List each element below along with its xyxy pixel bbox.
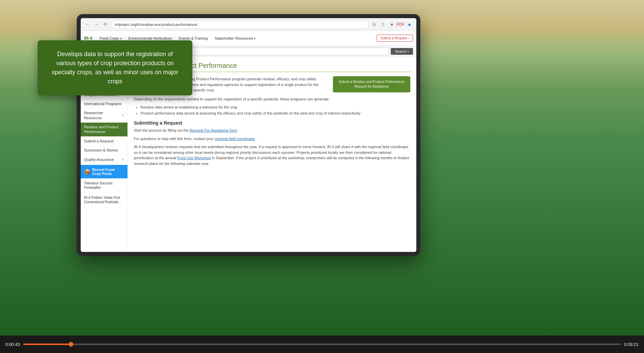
article-body-paragraph: IR-4 Headquarters reviews requests that … xyxy=(134,144,410,166)
site-logo[interactable]: IR-4 xyxy=(84,36,92,41)
forward-button[interactable]: → xyxy=(93,21,100,28)
tooltip-box: Develops data to support the registratio… xyxy=(38,40,192,95)
sidebar-post-petition[interactable]: IR-4 Petition Yields First Conventional … xyxy=(81,193,127,207)
address-text: ir4project.org/fc/residue-and-product-pe… xyxy=(115,23,197,27)
researcher-resources-plus-icon: + xyxy=(121,113,124,118)
pdf-icon[interactable]: PDF xyxy=(397,21,404,28)
sidebar-post-fomesafen[interactable]: Tolerance Success: Fomesafen xyxy=(81,178,127,193)
progress-thumb[interactable] xyxy=(69,342,73,347)
sidebar-item-international-programs[interactable]: International Programs xyxy=(81,99,127,108)
browser-icons: G ⇧ ★ PDF ◆ xyxy=(371,21,413,28)
end-time: 0:09:21 xyxy=(624,342,639,347)
article-bullet-list: Residue data aimed at establishing a tol… xyxy=(141,104,410,116)
sidebar-recent-posts[interactable]: 📦 Recent Food Crop Posts xyxy=(81,165,127,178)
submitting-heading: Submitting a Request xyxy=(134,120,410,126)
share-icon[interactable]: ⇧ xyxy=(379,21,387,28)
address-bar[interactable]: ir4project.org/fc/residue-and-product-pe… xyxy=(111,20,369,29)
search-button[interactable]: Search › xyxy=(391,48,413,55)
bullet-item-2: Product performance data aimed at assess… xyxy=(141,111,410,117)
sidebar-item-successes-stories[interactable]: Successes & Stories xyxy=(81,146,127,155)
nav-submit-request-button[interactable]: Submit a Request › xyxy=(377,35,413,42)
recent-icon: 📦 xyxy=(84,169,91,175)
browser-controls: ← → ⟳ xyxy=(84,21,109,28)
google-icon[interactable]: G xyxy=(371,21,378,28)
field-coordinator-link[interactable]: regional field coordinator xyxy=(215,137,255,141)
article-subtext: Depending on the requirements needed to … xyxy=(134,96,410,102)
request-assistance-button[interactable]: Submit a Residue and Product Performance… xyxy=(333,76,410,92)
back-button[interactable]: ← xyxy=(84,21,91,28)
video-bar: 0:00:43 0:09:21 xyxy=(0,336,644,353)
sidebar-item-submit-request[interactable]: Submit a Request xyxy=(81,137,127,146)
bookmark-icon[interactable]: ★ xyxy=(388,21,395,28)
sidebar-item-researcher-resources[interactable]: Researcher Resources + xyxy=(81,108,127,123)
progress-bar[interactable] xyxy=(23,344,620,345)
tooltip-text: Develops data to support the registratio… xyxy=(52,51,178,85)
bullet-item-1: Residue data aimed at establishing a tol… xyxy=(141,104,410,111)
browser-bar: ← → ⟳ ir4project.org/fc/residue-and-prod… xyxy=(81,18,416,31)
current-time: 0:00:43 xyxy=(5,342,20,347)
nav-stakeholder-resources[interactable]: Stakeholder Resources xyxy=(212,35,258,42)
sidebar-item-residue-performance[interactable]: Residue and Product Performance xyxy=(81,123,127,137)
quality-assurance-plus-icon: + xyxy=(121,157,124,163)
sidebar-item-quality-assurance[interactable]: Quality Assurance + xyxy=(81,155,127,165)
submitting-text-1: Start the process by filling out the Req… xyxy=(134,128,410,133)
extension-icon[interactable]: ◆ xyxy=(406,21,413,28)
submitting-text-2: For questions or help with this form, co… xyxy=(134,136,410,142)
request-form-link[interactable]: Request For Assistance form xyxy=(190,128,237,132)
progress-fill xyxy=(23,344,71,345)
refresh-button[interactable]: ⟳ xyxy=(102,21,109,28)
food-use-workshop-link[interactable]: Food Use Workshop xyxy=(177,156,211,160)
